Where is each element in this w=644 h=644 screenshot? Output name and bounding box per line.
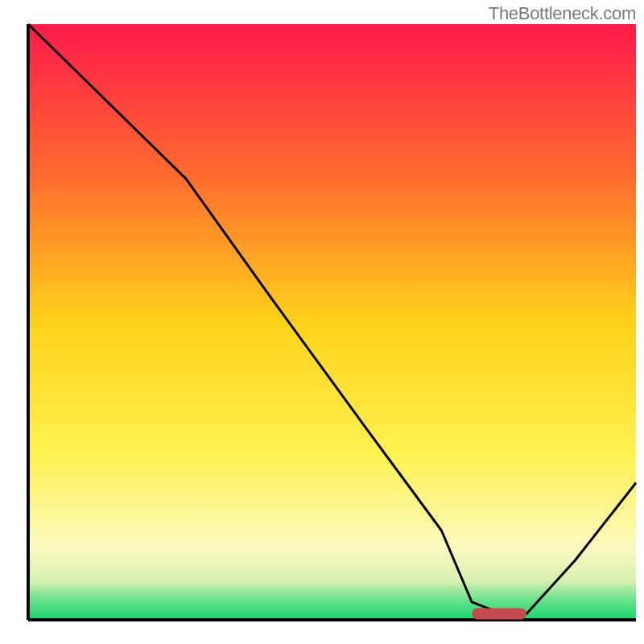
optimal-range-marker bbox=[472, 609, 526, 620]
plot-svg bbox=[0, 0, 644, 644]
bottleneck-chart: TheBottleneck.com bbox=[0, 0, 644, 644]
attribution-label: TheBottleneck.com bbox=[489, 3, 636, 24]
